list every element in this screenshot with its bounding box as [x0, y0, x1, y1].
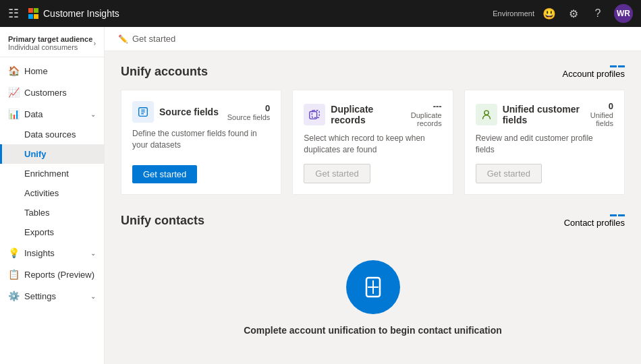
breadcrumb-bar: ✏️ Get started [105, 27, 641, 51]
home-icon: 🏠 [8, 65, 19, 76]
settings-chevron-icon: ⌄ [90, 293, 96, 300]
source-fields-count: 0 [227, 103, 271, 113]
duplicate-records-header: Duplicate records --- Duplicate records [304, 101, 441, 127]
unify-contacts-title: Unify contacts [121, 214, 204, 228]
sidebar: Primary target audience Individual consu… [0, 27, 105, 364]
environment-label: Environment [493, 9, 534, 18]
waffle-menu-icon[interactable]: ☷ [8, 6, 19, 21]
source-fields-card: Source fields 0 Source fields Define the… [121, 90, 281, 195]
source-fields-action: Get started [132, 165, 270, 183]
topbar-icons: 😃 ⚙ ? WR [541, 4, 633, 23]
sidebar-item-label: Customers [24, 88, 96, 98]
contacts-placeholder-text: Complete account unification to begin co… [244, 325, 502, 336]
reports-icon: 📋 [8, 269, 19, 280]
microsoft-logo-icon [28, 8, 39, 19]
svg-point-6 [484, 111, 489, 115]
primary-audience-chevron-icon: › [94, 40, 96, 47]
duplicate-records-description: Select which record to keep when duplica… [304, 133, 441, 156]
unified-fields-count: 0 [580, 101, 613, 111]
sidebar-item-enrichment[interactable]: Enrichment [0, 164, 104, 183]
duplicate-records-get-started-button: Get started [304, 164, 370, 183]
sidebar-item-insights[interactable]: 💡 Insights ⌄ [0, 242, 104, 264]
primary-audience-sub: Individual consumers [8, 43, 92, 51]
duplicate-records-count-label: Duplicate records [393, 111, 442, 127]
sidebar-item-activities[interactable]: Activities [0, 183, 104, 203]
unify-contacts-section: Unify contacts Contact profiles [121, 214, 625, 346]
tables-label: Tables [24, 208, 50, 218]
activities-label: Activities [24, 188, 59, 198]
duplicate-records-icon [304, 104, 325, 125]
help-icon[interactable]: ? [590, 5, 606, 22]
sidebar-item-data[interactable]: 📊 Data ⌄ [0, 103, 104, 125]
customers-icon: 📈 [8, 87, 19, 98]
sidebar-item-label: Insights [24, 248, 85, 258]
main-layout: Primary target audience Individual consu… [0, 27, 641, 364]
source-fields-description: Define the customer fields found in your… [132, 128, 270, 157]
unified-fields-description: Review and edit customer profile fields [476, 133, 613, 156]
contact-profiles-dashes [610, 214, 625, 216]
breadcrumb: Get started [132, 34, 175, 44]
app-name: Customer Insights [43, 8, 119, 19]
primary-audience-title: Primary target audience [8, 35, 92, 43]
unify-label: Unify [24, 149, 47, 159]
unified-fields-title: Unified customer fields [503, 104, 580, 125]
primary-audience-section[interactable]: Primary target audience Individual consu… [0, 30, 104, 57]
insights-icon: 💡 [8, 247, 19, 258]
topbar: ☷ Customer Insights Environment 😃 ⚙ ? WR [0, 0, 641, 27]
contact-profiles-text: Contact profiles [564, 218, 625, 228]
unify-accounts-cards: Source fields 0 Source fields Define the… [121, 90, 625, 195]
duplicate-records-card: Duplicate records --- Duplicate records … [292, 90, 453, 195]
source-fields-count-label: Source fields [227, 113, 271, 121]
sidebar-item-label: Reports (Preview) [24, 270, 96, 280]
settings-sidebar-icon: ⚙️ [8, 291, 19, 301]
sidebar-item-unify[interactable]: Unify [0, 144, 104, 164]
main-content: ✏️ Get started Unify accounts Account pr… [105, 27, 641, 364]
source-fields-get-started-button[interactable]: Get started [132, 165, 197, 183]
pencil-icon: ✏️ [118, 34, 128, 44]
source-fields-title: Source fields [159, 107, 219, 117]
unify-accounts-title: Unify accounts [121, 65, 208, 79]
exports-label: Exports [24, 227, 54, 237]
unified-fields-icon [476, 104, 497, 125]
sidebar-item-exports[interactable]: Exports [0, 222, 104, 242]
data-icon: 📊 [8, 109, 19, 119]
source-fields-header: Source fields 0 Source fields [132, 101, 270, 123]
source-fields-icon [132, 101, 154, 123]
unified-fields-card: Unified customer fields 0 Unified fields… [464, 90, 625, 195]
sidebar-item-label: Data [24, 109, 85, 119]
account-profiles-link[interactable]: Account profiles [563, 65, 625, 79]
duplicate-records-count: --- [393, 101, 442, 111]
contacts-placeholder: Complete account unification to begin co… [121, 239, 625, 346]
duplicate-records-title: Duplicate records [331, 104, 393, 125]
sidebar-item-label: Home [24, 66, 96, 76]
unified-fields-action: Get started [476, 164, 613, 183]
sidebar-item-tables[interactable]: Tables [0, 203, 104, 222]
duplicate-records-action: Get started [304, 164, 441, 183]
unified-fields-get-started-button: Get started [476, 164, 542, 183]
account-profiles-dashes [610, 65, 625, 67]
sidebar-item-settings[interactable]: ⚙️ Settings ⌄ [0, 285, 104, 307]
account-profiles-text: Account profiles [563, 69, 625, 79]
topbar-logo: Customer Insights [28, 8, 119, 19]
unify-accounts-header: Unify accounts Account profiles [121, 65, 625, 79]
sidebar-item-customers[interactable]: 📈 Customers [0, 82, 104, 103]
settings-icon[interactable]: ⚙ [565, 5, 582, 22]
page-content: Unify accounts Account profiles [105, 51, 641, 360]
contact-profiles-link[interactable]: Contact profiles [564, 214, 625, 228]
notification-icon[interactable]: 😃 [541, 5, 557, 22]
unified-fields-count-label: Unified fields [580, 111, 613, 127]
sidebar-item-reports[interactable]: 📋 Reports (Preview) [0, 264, 104, 285]
contacts-placeholder-icon [346, 260, 400, 314]
insights-chevron-icon: ⌄ [90, 249, 96, 257]
sidebar-item-home[interactable]: 🏠 Home [0, 60, 104, 82]
data-chevron-icon: ⌄ [90, 111, 96, 118]
sidebar-item-data-sources[interactable]: Data sources [0, 125, 104, 144]
data-sources-label: Data sources [24, 129, 76, 140]
unified-fields-header: Unified customer fields 0 Unified fields [476, 101, 613, 127]
sidebar-item-label: Settings [24, 291, 85, 301]
unify-contacts-header: Unify contacts Contact profiles [121, 214, 625, 228]
enrichment-label: Enrichment [24, 169, 69, 179]
user-avatar[interactable]: WR [614, 4, 633, 23]
